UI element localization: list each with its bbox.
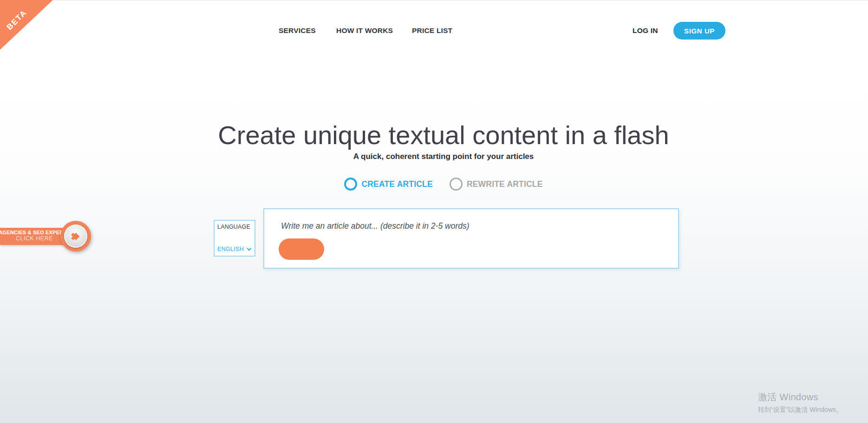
language-selected-value: ENGLISH: [217, 246, 244, 252]
agencies-expand-button-face[interactable]: [64, 225, 87, 248]
page: BETA SERVICES HOW IT WORKS PRICE LIST LO…: [0, 0, 868, 423]
agencies-banner[interactable]: AGENCIES & SEO EXPERTS CLICK HERE: [0, 220, 93, 252]
article-topic-input[interactable]: [281, 220, 653, 231]
chevron-down-icon: [247, 246, 252, 251]
watermark-subtitle: 转到“设置”以激活 Windows。: [758, 406, 842, 414]
top-divider: [0, 0, 868, 0]
language-selector[interactable]: LANGUAGE ENGLISH: [214, 220, 255, 257]
agencies-expand-button[interactable]: [60, 221, 91, 251]
radio-create-article-label: CREATE ARTICLE: [361, 179, 433, 189]
language-label: LANGUAGE: [217, 224, 250, 230]
radio-rewrite-article[interactable]: REWRITE ARTICLE: [450, 178, 543, 191]
watermark-title: 激活 Windows: [758, 391, 842, 403]
beta-ribbon: BETA: [0, 0, 53, 50]
signup-button[interactable]: SIGN UP: [673, 22, 725, 40]
nav-item-price-list[interactable]: PRICE LIST: [412, 26, 452, 35]
radio-create-article[interactable]: CREATE ARTICLE: [344, 178, 433, 191]
nav-item-services[interactable]: SERVICES: [279, 26, 316, 35]
login-link[interactable]: LOG IN: [633, 26, 658, 35]
radio-circle-icon[interactable]: [450, 178, 463, 191]
article-input-panel: [263, 208, 679, 269]
nav-item-how-it-works[interactable]: HOW IT WORKS: [336, 26, 393, 35]
page-title: Create unique textual content in a flash: [193, 122, 694, 149]
beta-ribbon-label: BETA: [5, 8, 29, 32]
submit-button[interactable]: [279, 238, 324, 260]
windows-activation-watermark: 激活 Windows 转到“设置”以激活 Windows。: [758, 391, 842, 414]
language-dropdown[interactable]: ENGLISH: [217, 246, 252, 252]
page-subtitle: A quick, coherent starting point for you…: [193, 152, 694, 161]
mode-toggle: CREATE ARTICLE REWRITE ARTICLE: [193, 178, 694, 191]
radio-rewrite-article-label: REWRITE ARTICLE: [467, 179, 543, 189]
radio-circle-icon[interactable]: [344, 178, 357, 191]
